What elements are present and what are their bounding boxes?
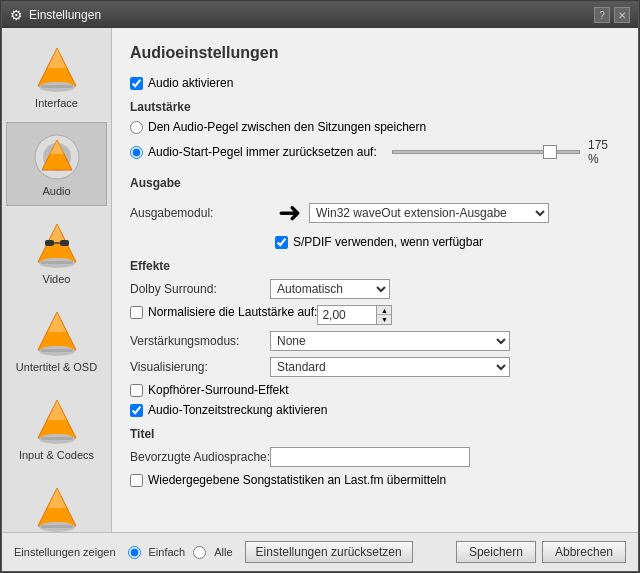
einstellungen-radio-group: Einfach Alle — [128, 546, 233, 559]
titel-header: Titel — [130, 427, 620, 441]
lautstaerke-radio1-row: Den Audio-Pegel zwischen den Sitzungen s… — [130, 120, 620, 134]
footer-buttons: Speichern Abbrechen — [456, 541, 626, 563]
svg-rect-19 — [41, 349, 73, 352]
footer-left: Einstellungen zeigen Einfach Alle Einste… — [14, 541, 413, 563]
verstaerkungs-label: Verstärkungsmodus: — [130, 334, 270, 348]
sidebar-item-video[interactable]: Video — [6, 210, 107, 294]
sidebar-item-subtitles[interactable]: Untertitel & OSD — [6, 298, 107, 382]
ausgabe-header: Ausgabe — [130, 176, 620, 190]
sidebar-interface-label: Interface — [35, 97, 78, 109]
audio-enable-checkbox[interactable] — [130, 77, 143, 90]
einfach-label: Einfach — [149, 546, 186, 558]
close-button[interactable]: ✕ — [614, 7, 630, 23]
dolby-label: Dolby Surround: — [130, 282, 270, 296]
sidebar-audio-label: Audio — [42, 185, 70, 197]
einstellungen-label: Einstellungen zeigen — [14, 546, 116, 558]
lautstaerke-section: Lautstärke Den Audio-Pegel zwischen den … — [130, 100, 620, 166]
cancel-button[interactable]: Abbrechen — [542, 541, 626, 563]
sidebar: Interface Audio — [2, 28, 112, 532]
spdif-label: S/PDIF verwenden, wenn verfügbar — [293, 235, 483, 249]
kopfhoerer-label: Kopfhörer-Surround-Effekt — [148, 383, 289, 397]
ausgabemodul-select[interactable]: Win32 waveOut extension-Ausgabe DirectX … — [309, 203, 549, 223]
normalize-checkbox-container: Normalisiere die Lautstärke auf: — [130, 305, 317, 319]
titel-section: Titel Bevorzugte Audiosprache: Wiedergeg… — [130, 427, 620, 487]
effekte-header: Effekte — [130, 259, 620, 273]
settings-window: ⚙ Einstellungen ? ✕ Interface — [1, 1, 639, 572]
svg-marker-17 — [48, 312, 66, 332]
footer: Einstellungen zeigen Einfach Alle Einste… — [2, 532, 638, 571]
lautstaerke-save-label: Den Audio-Pegel zwischen den Sitzungen s… — [148, 120, 426, 134]
sprache-input[interactable] — [270, 447, 470, 467]
lautstaerke-save-radio[interactable] — [130, 121, 143, 134]
verstaerkungs-select[interactable]: None Soft Hard — [270, 331, 510, 351]
ausgabe-section: Ausgabe Ausgabemodul: ➜ Win32 waveOut ex… — [130, 176, 620, 249]
titlebar-left: ⚙ Einstellungen — [10, 7, 101, 23]
lastfm-checkbox[interactable] — [130, 474, 143, 487]
normalize-input[interactable] — [317, 305, 377, 325]
ausgabemodul-label: Ausgabemodul: — [130, 206, 270, 220]
effekte-section: Effekte Dolby Surround: Automatisch Ein … — [130, 259, 620, 417]
kopfhoerer-row: Kopfhörer-Surround-Effekt — [130, 383, 620, 397]
audio-enable-section: Audio aktivieren — [130, 76, 620, 90]
volume-percent: 175 % — [588, 138, 620, 166]
normalize-label: Normalisiere die Lautstärke auf: — [148, 305, 317, 319]
svg-rect-23 — [41, 437, 73, 440]
sidebar-item-interface[interactable]: Interface — [6, 34, 107, 118]
video-icon — [31, 219, 83, 271]
tonzeit-label: Audio-Tonzeitstreckung aktivieren — [148, 403, 327, 417]
window-icon: ⚙ — [10, 7, 23, 23]
sprache-label: Bevorzugte Audiosprache: — [130, 450, 270, 464]
save-button[interactable]: Speichern — [456, 541, 536, 563]
tonzeit-checkbox[interactable] — [130, 404, 143, 417]
titlebar-buttons: ? ✕ — [594, 7, 630, 23]
lautstaerke-reset-radio[interactable] — [130, 146, 143, 159]
tonzeit-row: Audio-Tonzeitstreckung aktivieren — [130, 403, 620, 417]
kopfhoerer-checkbox[interactable] — [130, 384, 143, 397]
alle-radio[interactable] — [193, 546, 206, 559]
reset-button[interactable]: Einstellungen zurücksetzen — [245, 541, 413, 563]
normalize-down-btn[interactable]: ▼ — [377, 315, 391, 324]
dolby-row: Dolby Surround: Automatisch Ein Aus — [130, 279, 620, 299]
window-title: Einstellungen — [29, 8, 101, 22]
visualisierung-select[interactable]: Standard Spektrum Equalizer — [270, 357, 510, 377]
dolby-select[interactable]: Automatisch Ein Aus — [270, 279, 390, 299]
content-area: Audioeinstellungen Audio aktivieren Laut… — [112, 28, 638, 532]
einfach-radio[interactable] — [128, 546, 141, 559]
normalize-value-container: ▲ ▼ — [317, 305, 392, 325]
volume-slider[interactable] — [392, 150, 580, 154]
codecs-icon — [31, 395, 83, 447]
normalize-checkbox[interactable] — [130, 306, 143, 319]
sidebar-subtitles-label: Untertitel & OSD — [16, 361, 97, 373]
normalize-row: Normalisiere die Lautstärke auf: ▲ ▼ — [130, 305, 620, 325]
sidebar-item-hotkeys[interactable]: Hotkeys — [6, 474, 107, 532]
lautstaerke-header: Lautstärke — [130, 100, 620, 114]
titlebar: ⚙ Einstellungen ? ✕ — [2, 2, 638, 28]
svg-rect-14 — [60, 240, 69, 246]
svg-rect-13 — [45, 240, 54, 246]
volume-slider-container: 175 % — [392, 138, 620, 166]
svg-rect-3 — [41, 85, 73, 88]
main-content: Interface Audio — [2, 28, 638, 532]
subtitles-icon — [31, 307, 83, 359]
spdif-row: S/PDIF verwenden, wenn verfügbar — [275, 235, 620, 249]
verstaerkungs-row: Verstärkungsmodus: None Soft Hard — [130, 331, 620, 351]
page-title: Audioeinstellungen — [130, 44, 620, 62]
audio-enable-row: Audio aktivieren — [130, 76, 620, 90]
interface-icon — [31, 43, 83, 95]
spdif-checkbox[interactable] — [275, 236, 288, 249]
help-button[interactable]: ? — [594, 7, 610, 23]
sidebar-item-codecs[interactable]: Input & Codecs — [6, 386, 107, 470]
sidebar-item-audio[interactable]: Audio — [6, 122, 107, 206]
hotkeys-icon — [31, 483, 83, 532]
audio-enable-label: Audio aktivieren — [148, 76, 233, 90]
audio-icon — [31, 131, 83, 183]
normalize-up-btn[interactable]: ▲ — [377, 306, 391, 315]
ausgabemodul-row: Ausgabemodul: ➜ Win32 waveOut extension-… — [130, 196, 620, 229]
sidebar-video-label: Video — [43, 273, 71, 285]
lastfm-label: Wiedergegebene Songstatistiken an Last.f… — [148, 473, 446, 487]
svg-rect-27 — [41, 525, 73, 528]
normalize-spinners: ▲ ▼ — [377, 305, 392, 325]
lautstaerke-reset-label: Audio-Start-Pegel immer zurücksetzen auf… — [148, 145, 377, 159]
svg-marker-1 — [48, 48, 66, 68]
visualisierung-row: Visualisierung: Standard Spektrum Equali… — [130, 357, 620, 377]
